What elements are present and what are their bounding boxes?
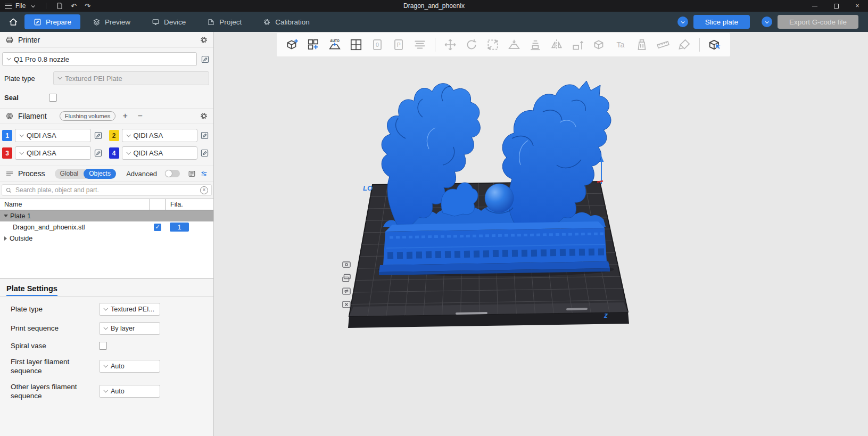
parameter-tune-icon[interactable] (200, 170, 208, 178)
filament-2-badge[interactable]: 2 (109, 130, 119, 141)
filament-4-edit-icon[interactable] (200, 149, 209, 158)
arrange-icon[interactable] (348, 37, 364, 53)
scale-icon[interactable] (485, 37, 501, 53)
filament-4-badge[interactable]: 4 (109, 147, 119, 159)
redo-icon[interactable]: ↷ (80, 0, 94, 12)
filament-column-header: Fila. (166, 199, 213, 210)
filament-4-dropdown[interactable]: QIDI ASA (122, 146, 198, 160)
variable-height-icon[interactable] (570, 37, 586, 53)
print-sequence-dropdown[interactable]: By layer (99, 322, 160, 335)
filament-slot-3: 3 QIDI ASA (2, 146, 103, 160)
table-row-object[interactable]: Dragon_and_phoenix.stl ✓ 1 (0, 221, 213, 233)
support-paint-icon[interactable] (676, 37, 692, 53)
prepare-icon (34, 18, 42, 26)
remove-filament-button[interactable]: − (135, 112, 145, 120)
tab-device[interactable]: Device (143, 14, 195, 29)
printer-settings-gear-icon[interactable] (200, 36, 208, 44)
object-visibility-checkbox[interactable]: ✓ (154, 224, 161, 231)
plate-delete-icon[interactable] (340, 299, 353, 310)
filament-3-edit-icon[interactable] (94, 149, 103, 158)
other-layers-sequence-dropdown[interactable]: Auto (99, 385, 160, 398)
file-menu-chevron[interactable] (26, 0, 39, 12)
printer-icon (5, 36, 14, 44)
home-icon[interactable] (5, 14, 21, 29)
lay-flat-icon[interactable] (506, 37, 522, 53)
slice-plate-button[interactable]: Slice plate (693, 15, 750, 29)
object-filament-chip[interactable]: 1 (170, 223, 189, 232)
advanced-toggle[interactable] (165, 170, 180, 177)
filament-3-dropdown[interactable]: QIDI ASA (15, 146, 91, 160)
object-search-bar: × (2, 184, 212, 196)
measure-tool-icon[interactable] (655, 37, 671, 53)
rotate-icon[interactable] (464, 37, 480, 53)
toolbar-divider (699, 38, 700, 52)
flatten-icon[interactable] (527, 37, 543, 53)
process-section-header: Process Global Objects Advanced (0, 166, 213, 182)
scene-canvas[interactable]: LO z (214, 32, 868, 436)
paint-tool-icon[interactable] (634, 37, 650, 53)
viewport-3d[interactable]: LO z (214, 32, 868, 436)
tab-prepare-label: Prepare (46, 18, 71, 26)
collapse-chevron-icon[interactable] (4, 215, 8, 217)
export-gcode-button[interactable]: Export G-code file (778, 15, 858, 29)
move-icon[interactable] (442, 37, 458, 53)
first-layer-sequence-dropdown[interactable]: Auto (99, 360, 160, 373)
align-lines-icon[interactable] (412, 37, 428, 53)
filament-1-badge[interactable]: 1 (2, 130, 12, 141)
menu-icon[interactable] (5, 4, 12, 9)
printer-preset-dropdown[interactable]: Q1 Pro 0.8 nozzle (2, 52, 197, 66)
plate-duplicate-icon[interactable] (340, 272, 353, 284)
expand-chevron-icon[interactable] (4, 236, 7, 241)
chamfer-cube-icon[interactable] (591, 37, 607, 53)
filament-1-dropdown[interactable]: QIDI ASA (15, 129, 91, 142)
export-options-chevron[interactable] (762, 17, 772, 27)
model-dragon-and-phoenix[interactable] (378, 81, 614, 276)
filament-section-title: Filament (18, 112, 47, 120)
scope-objects-option[interactable]: Objects (84, 169, 116, 179)
plate-type-dropdown[interactable]: Textured PEI Plate (53, 71, 209, 85)
tab-preview[interactable]: Preview (84, 14, 139, 29)
add-object-icon[interactable] (284, 37, 300, 53)
add-filament-button[interactable]: + (120, 112, 130, 120)
search-clear-icon[interactable]: × (200, 186, 208, 194)
scope-global-option[interactable]: Global (55, 169, 84, 179)
setting-other-layers-sequence: Other layers filament sequence Auto (11, 382, 213, 401)
filament-settings-gear-icon[interactable] (200, 112, 208, 120)
document-0-icon[interactable] (369, 37, 385, 53)
tab-calibration[interactable]: Calibration (254, 14, 319, 29)
auto-orient-icon[interactable] (327, 37, 343, 53)
tab-preview-label: Preview (105, 18, 130, 26)
tab-calibration-label: Calibration (275, 18, 310, 26)
filament-3-badge[interactable]: 3 (2, 147, 12, 159)
mirror-icon[interactable] (549, 37, 565, 53)
model-base-pedestal (379, 221, 610, 275)
plate-type-setting-dropdown[interactable]: Textured PEI... (99, 303, 160, 316)
minimize-button[interactable] (804, 0, 825, 12)
table-row-plate[interactable]: Plate 1 (0, 210, 213, 221)
tab-prepare[interactable]: Prepare (24, 14, 80, 29)
file-menu[interactable]: File (15, 2, 26, 10)
slice-options-chevron[interactable] (677, 17, 688, 27)
printer-edit-icon[interactable] (201, 55, 210, 64)
table-row-outside[interactable]: Outside (0, 233, 213, 244)
assembly-icon[interactable] (707, 37, 723, 53)
document-p-icon[interactable] (391, 37, 407, 53)
spiral-vase-checkbox[interactable] (99, 342, 107, 350)
text-tool-icon[interactable] (613, 37, 629, 53)
search-input[interactable] (15, 186, 197, 194)
add-plate-icon[interactable] (305, 37, 321, 53)
tab-project[interactable]: Project (198, 14, 251, 29)
titlebar: File ↶ ↷ Dragon_and_phoenix × (0, 0, 868, 12)
close-button[interactable]: × (847, 0, 868, 12)
parameter-list-icon[interactable] (188, 170, 196, 178)
maximize-button[interactable] (825, 0, 847, 12)
plate-settings-icon[interactable] (340, 259, 353, 270)
filament-1-edit-icon[interactable] (94, 131, 103, 140)
plate-swap-icon[interactable] (340, 285, 353, 297)
new-project-icon[interactable] (53, 0, 67, 12)
undo-icon[interactable]: ↶ (67, 0, 80, 12)
flushing-volumes-button[interactable]: Flushing volumes (60, 111, 116, 121)
seal-checkbox[interactable] (49, 94, 57, 102)
filament-2-dropdown[interactable]: QIDI ASA (122, 129, 198, 142)
filament-2-edit-icon[interactable] (200, 131, 209, 140)
